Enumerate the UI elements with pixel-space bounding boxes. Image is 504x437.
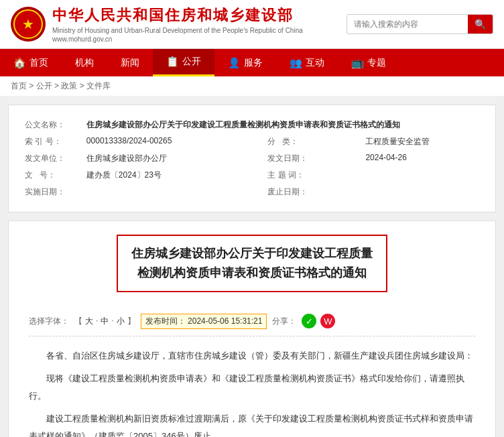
font-size-controls: 【 大 · 中 · 小 】 <box>74 316 135 327</box>
meta-value-category: 工程质量安全监管 <box>361 134 483 149</box>
nav-item-news[interactable]: 新闻 <box>107 49 153 76</box>
logo-star: ★ <box>22 16 34 32</box>
font-size-label: 选择字体： <box>29 316 69 327</box>
meta-row-ref: 索 引 号： 000013338/2024-00265 分 类： 工程质量安全监… <box>21 134 483 149</box>
nav-item-open[interactable]: 📋 公开 <box>153 49 214 76</box>
service-icon: 👤 <box>228 57 241 69</box>
breadcrumb-current: 文件库 <box>86 81 111 90</box>
header: ★ 中华人民共和国住房和城乡建设部 Ministry of Housing an… <box>0 0 504 49</box>
header-title: 中华人民共和国住房和城乡建设部 Ministry of Housing and … <box>52 5 303 43</box>
main-nav: 🏠 首页 机构 新闻 📋 公开 👤 服务 👥 互动 📺 专题 <box>0 49 504 76</box>
meta-label-issuer: 发文单位： <box>21 151 81 166</box>
weibo-icon: W <box>324 316 332 326</box>
search-button[interactable]: 🔍 <box>468 15 493 34</box>
publish-label: 发布时间： <box>145 316 186 326</box>
meta-row-expiry: 实施日期： 废止日期： <box>21 184 483 200</box>
meta-value-end <box>361 184 483 200</box>
font-large-btn[interactable]: 大 <box>85 316 93 327</box>
doc-meta-bar: 选择字体： 【 大 · 中 · 小 】 发布时间： 2024-05-06 15:… <box>29 314 475 336</box>
breadcrumb-home[interactable]: 首页 <box>11 81 27 90</box>
font-small-btn[interactable]: 小 <box>117 316 125 327</box>
doc-title-wrap: 住房城乡建设部办公厅关于印发建设工程质量 检测机构资质申请表和资质证书格式的通知 <box>29 235 475 303</box>
breadcrumb-policy[interactable]: 政策 <box>61 81 77 90</box>
breadcrumb: 首页 > 公开 > 政策 > 文件库 <box>0 76 504 97</box>
meta-row-docnum: 文 号： 建办质〔2024〕23号 主 题 词： <box>21 168 483 183</box>
nav-label-home: 首页 <box>29 57 48 69</box>
meta-row-issuer: 发文单位： 住房城乡建设部办公厅 发文日期： 2024-04-26 <box>21 151 483 166</box>
nav-item-special[interactable]: 📺 专题 <box>338 49 399 76</box>
site-title-en: Ministry of Housing and Urban-Rural Deve… <box>52 27 303 34</box>
nav-item-home[interactable]: 🏠 首页 <box>0 49 62 76</box>
breadcrumb-open[interactable]: 公开 <box>36 81 52 90</box>
meta-label-ref: 索 引 号： <box>21 134 81 149</box>
interact-icon: 👥 <box>290 57 302 69</box>
doc-title-line2: 检测机构资质申请表和资质证书格式的通知 <box>137 266 367 279</box>
meta-value-docnum: 建办质〔2024〕23号 <box>82 168 239 183</box>
logo: ★ <box>11 7 46 42</box>
meta-label-expiry: 实施日期： <box>21 184 81 200</box>
wechat-icon: ✓ <box>306 316 313 326</box>
site-title-cn: 中华人民共和国住房和城乡建设部 <box>52 5 303 25</box>
wechat-share-button[interactable]: ✓ <box>302 314 316 328</box>
nav-item-org[interactable]: 机构 <box>62 49 107 76</box>
font-medium-btn[interactable]: 中 <box>101 316 109 327</box>
doc-body: 各省、自治区住房城乡建设厅，直辖市住房城乡建设（管）委及有关部门，新疆生产建设兵… <box>29 347 475 437</box>
nav-label-news: 新闻 <box>121 57 139 69</box>
doc-title: 住房城乡建设部办公厅关于印发建设工程质量 检测机构资质申请表和资质证书格式的通知 <box>131 244 373 283</box>
weibo-share-button[interactable]: W <box>320 314 335 328</box>
meta-value-title: 住房城乡建设部办公厅关于印发建设工程质量检测机构资质申请表和资质证书格式的通知 <box>82 117 483 133</box>
doc-title-line1: 住房城乡建设部办公厅关于印发建设工程质量 <box>131 247 373 260</box>
meta-value-ref: 000013338/2024-00265 <box>82 134 239 149</box>
search-input[interactable] <box>347 16 468 32</box>
share-label: 分享： <box>272 316 296 327</box>
nav-label-service: 服务 <box>244 57 263 69</box>
meta-label-issue-date: 发文日期： <box>241 151 360 166</box>
meta-value-issue-date: 2024-04-26 <box>361 151 483 166</box>
special-icon: 📺 <box>351 57 364 69</box>
meta-value-expiry <box>82 184 239 200</box>
meta-value-subject <box>361 168 483 183</box>
site-website: www.mohurd.gov.cn <box>52 36 303 43</box>
nav-item-interact[interactable]: 👥 互动 <box>276 49 338 76</box>
nav-label-org: 机构 <box>75 57 94 69</box>
meta-table: 公文名称： 住房城乡建设部办公厅关于印发建设工程质量检测机构资质申请表和资质证书… <box>19 116 485 201</box>
meta-value-issuer: 住房城乡建设部办公厅 <box>82 151 239 166</box>
meta-label-subject: 主 题 词： <box>241 168 360 183</box>
nav-label-open: 公开 <box>182 56 201 68</box>
share-icons: ✓ W <box>302 314 335 328</box>
nav-label-interact: 互动 <box>306 57 324 69</box>
meta-label-title: 公文名称： <box>21 117 81 133</box>
nav-item-service[interactable]: 👤 服务 <box>214 49 276 76</box>
search-box: 🔍 <box>346 14 493 34</box>
body-para2: 现将《建设工程质量检测机构资质申请表》和《建设工程质量检测机构资质证书》格式印发… <box>29 370 475 405</box>
meta-label-category: 分 类： <box>241 134 360 149</box>
header-left: ★ 中华人民共和国住房和城乡建设部 Ministry of Housing an… <box>11 5 303 43</box>
document-card: 住房城乡建设部办公厅关于印发建设工程质量 检测机构资质申请表和资质证书格式的通知… <box>8 221 496 437</box>
meta-label-docnum: 文 号： <box>21 168 81 183</box>
home-icon: 🏠 <box>13 57 26 69</box>
body-para3: 建设工程质量检测机构新旧资质标准过渡期满后，原《关于印发建设工程质量检测机构资质… <box>29 410 475 437</box>
publish-date-highlight: 发布时间： 2024-05-06 15:31:21 <box>141 314 267 329</box>
doc-icon: 📋 <box>166 56 179 68</box>
publish-date: 2024-05-06 15:31:21 <box>188 316 262 326</box>
main-content: 公文名称： 住房城乡建设部办公厅关于印发建设工程质量检测机构资质申请表和资质证书… <box>0 97 504 437</box>
doc-title-box: 住房城乡建设部办公厅关于印发建设工程质量 检测机构资质申请表和资质证书格式的通知 <box>117 235 387 292</box>
meta-row-title: 公文名称： 住房城乡建设部办公厅关于印发建设工程质量检测机构资质申请表和资质证书… <box>21 117 483 133</box>
meta-label-end: 废止日期： <box>241 184 360 200</box>
nav-label-special: 专题 <box>367 57 386 69</box>
body-para1: 各省、自治区住房城乡建设厅，直辖市住房城乡建设（管）委及有关部门，新疆生产建设兵… <box>29 347 475 365</box>
meta-card: 公文名称： 住房城乡建设部办公厅关于印发建设工程质量检测机构资质申请表和资质证书… <box>8 105 496 212</box>
